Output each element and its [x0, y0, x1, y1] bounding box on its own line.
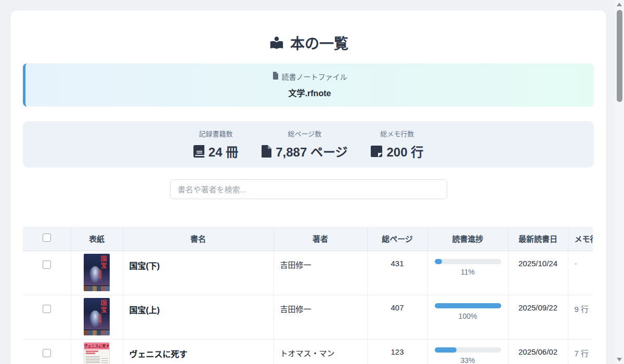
book-title: 国宝(上) — [123, 295, 274, 339]
book-memo: 9 行 — [568, 295, 593, 339]
cover-author-text: 吉田修一 — [98, 314, 101, 326]
stat-books-value: 24 冊 — [209, 142, 238, 160]
cover-title-text: 国宝 — [100, 255, 106, 269]
select-all-checkbox[interactable] — [43, 233, 51, 242]
stat-memos-label: 総メモ行数 — [380, 128, 414, 138]
book-progress: 11% — [427, 251, 508, 295]
progress-label: 33% — [435, 356, 501, 364]
vertical-scrollbar[interactable] — [615, 0, 624, 364]
book-title: 国宝(下) — [123, 251, 274, 295]
book-last-read: 2025/09/22 — [508, 295, 568, 339]
select-all-header — [23, 227, 71, 251]
table-row: ヴェニスに死す ヴェニスに死す トオマス・マン 123 — [23, 339, 593, 364]
table-row: 国宝 吉田修一 国宝(下) 吉田修一 431 11% — [23, 251, 593, 295]
header-title: 書名 — [123, 227, 274, 251]
books-table: 表紙 書名 著者 総ページ 読書進捗 最新読書日 メモ行数 国宝 — [23, 227, 593, 364]
search-input[interactable] — [170, 179, 447, 199]
table-row: 国宝 吉田修一 国宝(上) 吉田修一 407 100% — [23, 295, 593, 339]
book-cover-image: 国宝 吉田修一 — [84, 254, 110, 291]
cover-text-block — [86, 356, 100, 364]
progress-bar — [435, 303, 501, 308]
stat-books-label: 記録書籍数 — [199, 128, 233, 138]
cover-title-text: ヴェニスに死す — [84, 343, 109, 349]
progress-label: 100% — [435, 312, 501, 320]
stat-pages-value: 7,887 ページ — [276, 142, 347, 160]
header-cover: 表紙 — [71, 227, 123, 251]
page-icon — [262, 145, 271, 158]
book-progress: 100% — [427, 295, 508, 339]
table-header-row: 表紙 書名 著者 総ページ 読書進捗 最新読書日 メモ行数 — [23, 227, 593, 251]
book-cover-image: 国宝 吉田修一 — [84, 298, 110, 335]
cover-redline — [86, 350, 98, 352]
cover-side-lines — [101, 358, 108, 364]
note-file-box: 読書ノートファイル 文学.rfnote — [23, 63, 594, 107]
progress-label: 11% — [435, 268, 501, 276]
book-cover-image: ヴェニスに死す — [84, 342, 110, 364]
book-title: ヴェニスに死す — [123, 339, 274, 364]
book-pages: 407 — [367, 295, 427, 339]
note-file-name: 文学.rfnote — [289, 86, 331, 99]
main-card: 本の一覧 読書ノートファイル 文学.rfnote 記録書籍数 — [10, 10, 606, 364]
page-title: 本の一覧 — [23, 10, 594, 53]
book-progress: 33% — [427, 339, 508, 364]
row-checkbox[interactable] — [43, 305, 51, 313]
book-last-read: 2025/10/24 — [508, 251, 568, 295]
progress-bar — [435, 347, 501, 353]
note-file-label: 読書ノートファイル — [282, 71, 347, 82]
header-pages: 総ページ — [367, 227, 427, 251]
header-author: 著者 — [274, 227, 367, 251]
stat-books: 記録書籍数 24 冊 — [193, 128, 238, 160]
row-checkbox[interactable] — [43, 349, 51, 357]
stats-box: 記録書籍数 24 冊 総ページ数 — [23, 121, 594, 167]
scroll-up-arrow-icon[interactable] — [617, 3, 622, 6]
book-reader-icon — [268, 36, 285, 52]
book-pages: 431 — [367, 251, 427, 295]
cover-title-text: 国宝 — [100, 300, 106, 313]
book-icon — [193, 145, 204, 158]
scroll-down-arrow-icon[interactable] — [617, 358, 622, 361]
cover-redline — [86, 353, 95, 354]
book-last-read: 2025/06/02 — [508, 339, 568, 364]
stat-pages-label: 総ページ数 — [288, 128, 321, 138]
header-memo: メモ行数 — [568, 227, 593, 251]
row-checkbox[interactable] — [43, 261, 51, 269]
page-title-text: 本の一覧 — [290, 35, 348, 53]
book-memo: 7 行 — [568, 339, 593, 364]
stat-memos-value: 200 行 — [386, 142, 423, 160]
cover-photo-strip — [84, 285, 110, 291]
book-pages: 123 — [367, 339, 427, 364]
progress-bar — [435, 259, 501, 264]
file-icon — [272, 72, 279, 81]
cover-author-text: 吉田修一 — [98, 269, 101, 282]
book-memo: - — [568, 251, 593, 295]
cover-photo-strip — [84, 330, 110, 335]
stat-memos: 総メモ行数 200 行 — [371, 128, 423, 160]
book-author: 吉田修一 — [274, 295, 367, 339]
book-author: 吉田修一 — [274, 251, 367, 295]
header-progress: 読書進捗 — [427, 227, 508, 251]
book-author: トオマス・マン — [274, 339, 367, 364]
memo-icon — [371, 146, 382, 157]
stat-pages: 総ページ数 7,887 ページ — [262, 128, 347, 160]
header-last-read: 最新読書日 — [508, 227, 568, 251]
scrollbar-thumb[interactable] — [617, 10, 622, 102]
